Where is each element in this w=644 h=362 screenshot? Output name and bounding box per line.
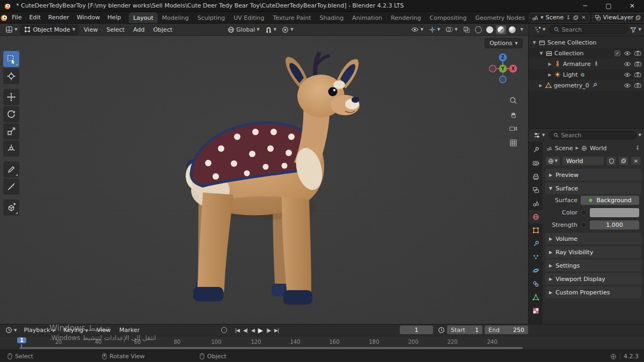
menu-marker[interactable]: Marker bbox=[115, 326, 143, 335]
menu-help[interactable]: Help bbox=[104, 12, 125, 23]
jump-to-start-button[interactable]: |◀ bbox=[234, 328, 240, 333]
workspace-tab-geometry-nodes[interactable]: Geometry Nodes bbox=[471, 12, 529, 23]
outliner-row-light[interactable]: ▶ Light bbox=[529, 69, 644, 80]
outliner-row-scene-collection[interactable]: ▼ Scene Collection bbox=[529, 37, 644, 48]
breadcrumb-scene[interactable]: Scene bbox=[555, 145, 573, 152]
tool-move-button[interactable] bbox=[3, 89, 19, 105]
shading-material-button[interactable] bbox=[496, 25, 506, 34]
tool-rotate-button[interactable] bbox=[3, 106, 19, 122]
render-camera-icon[interactable] bbox=[634, 72, 641, 77]
options-button[interactable]: Options ▼ bbox=[485, 38, 523, 48]
viewport-3d[interactable]: Options ▼ bbox=[0, 36, 529, 324]
menu-select[interactable]: Select bbox=[103, 25, 128, 34]
transform-orientation-dropdown[interactable]: Global ▼ bbox=[225, 25, 261, 34]
menu-timeline-view[interactable]: View bbox=[93, 326, 114, 335]
camera-view-icon[interactable] bbox=[508, 123, 518, 134]
object-visibility-dropdown[interactable]: ▼ bbox=[409, 26, 425, 33]
menu-edit[interactable]: Edit bbox=[25, 12, 44, 23]
minimize-button[interactable]: ─ bbox=[573, 0, 597, 11]
pan-hand-icon[interactable] bbox=[508, 109, 518, 120]
render-camera-icon[interactable] bbox=[634, 50, 641, 56]
jump-to-end-button[interactable]: ▶| bbox=[273, 328, 280, 333]
workspace-tab-sculpting[interactable]: Sculpting bbox=[193, 12, 229, 23]
tab-particles[interactable] bbox=[529, 250, 543, 264]
new-scene-icon[interactable] bbox=[573, 15, 579, 20]
frame-end-field[interactable]: End250 bbox=[485, 326, 528, 334]
workspace-tab-rendering[interactable]: Rendering bbox=[386, 12, 425, 23]
new-viewlayer-icon[interactable] bbox=[635, 15, 641, 20]
shading-rendered-button[interactable] bbox=[507, 25, 517, 34]
gizmo-minus-z[interactable] bbox=[500, 76, 506, 83]
workspace-tab-compositing[interactable]: Compositing bbox=[426, 12, 471, 23]
outliner-row-geometry-0[interactable]: ▶ geometry_0 bbox=[529, 80, 644, 91]
workspace-tab-modeling[interactable]: Modeling bbox=[158, 12, 193, 23]
unlink-scene-icon[interactable]: ✕ bbox=[581, 14, 586, 20]
outliner-row-armature[interactable]: ▶ Armature bbox=[529, 58, 644, 69]
tab-modifiers[interactable] bbox=[529, 237, 543, 250]
proportional-editing-toggle[interactable]: ▼ bbox=[280, 25, 295, 34]
properties-editor-type-button[interactable]: ▼ bbox=[531, 131, 547, 140]
navigation-gizmo[interactable]: Z Y X bbox=[485, 51, 521, 86]
grid-toggle-icon[interactable] bbox=[508, 137, 518, 148]
menu-view[interactable]: View bbox=[80, 25, 101, 34]
tool-select-box-button[interactable] bbox=[3, 51, 19, 67]
shading-solid-button[interactable] bbox=[485, 25, 495, 34]
panel-viewport-display[interactable]: ▶ Viewport Display bbox=[545, 273, 641, 285]
auto-keying-toggle[interactable] bbox=[221, 327, 227, 333]
duplicate-world-button[interactable] bbox=[618, 156, 629, 166]
deer-model[interactable] bbox=[182, 49, 370, 306]
properties-search[interactable]: Search bbox=[549, 131, 636, 139]
next-keyframe-button[interactable]: |▶ bbox=[265, 328, 272, 333]
strength-field[interactable]: 1.000 bbox=[590, 220, 639, 230]
snap-toggle[interactable]: ▼ bbox=[263, 25, 279, 34]
outliner-editor-type-button[interactable]: ▼ bbox=[532, 25, 547, 34]
color-swatch[interactable] bbox=[590, 208, 639, 217]
shading-wireframe-button[interactable] bbox=[473, 25, 484, 34]
workspace-tab-shading[interactable]: Shading bbox=[316, 12, 348, 23]
expander-icon[interactable]: ▼ bbox=[538, 51, 545, 56]
tab-constraints[interactable] bbox=[529, 277, 543, 291]
tab-render[interactable] bbox=[529, 157, 543, 170]
tool-measure-button[interactable] bbox=[3, 179, 19, 195]
panel-surface[interactable]: ▼ Surface bbox=[545, 182, 641, 194]
tab-tool[interactable] bbox=[529, 143, 543, 157]
gizmos-dropdown[interactable]: ▼ bbox=[427, 25, 442, 34]
overlays-dropdown[interactable]: ▼ bbox=[443, 25, 459, 34]
tab-view-layer[interactable] bbox=[529, 183, 543, 197]
pin-icon[interactable] bbox=[566, 15, 571, 20]
maximize-button[interactable]: ▢ bbox=[597, 0, 620, 11]
menu-file[interactable]: File bbox=[8, 12, 25, 23]
panel-settings[interactable]: ▶ Settings bbox=[545, 260, 641, 271]
scene-selector[interactable]: ▼ Scene ✕ bbox=[529, 13, 589, 23]
animate-dot-icon[interactable] bbox=[581, 222, 587, 228]
use-preview-range-icon[interactable] bbox=[438, 327, 445, 334]
play-button[interactable]: ▶ bbox=[257, 327, 264, 334]
mode-dropdown[interactable]: Object Mode ▼ bbox=[20, 25, 79, 35]
tab-physics[interactable] bbox=[529, 264, 543, 277]
tool-add-cube-button[interactable] bbox=[3, 200, 19, 216]
menu-object[interactable]: Object bbox=[149, 25, 176, 34]
unlink-world-button[interactable]: ✕ bbox=[631, 156, 641, 166]
hide-eye-icon[interactable] bbox=[624, 51, 631, 56]
tab-object[interactable] bbox=[529, 224, 543, 237]
tool-scale-button[interactable] bbox=[3, 123, 19, 139]
world-name-field[interactable]: World bbox=[562, 156, 604, 166]
workspace-tab-uv-editing[interactable]: UV Editing bbox=[229, 12, 268, 23]
close-button[interactable]: ✕ bbox=[620, 0, 644, 11]
hide-eye-icon[interactable] bbox=[624, 62, 631, 67]
surface-shader-field[interactable]: Background bbox=[581, 196, 639, 205]
tool-cursor-button[interactable] bbox=[3, 68, 19, 84]
blender-menu-icon[interactable] bbox=[0, 13, 8, 21]
world-browse-button[interactable]: ▼ bbox=[545, 156, 560, 166]
chevron-down-icon[interactable]: ▼ bbox=[639, 27, 641, 32]
menu-keying[interactable]: Keying ▼ bbox=[60, 326, 92, 335]
gizmo-minus-x[interactable] bbox=[489, 65, 496, 72]
collection-checkbox[interactable]: ✓ bbox=[614, 50, 620, 56]
timeline-playhead[interactable]: 1 bbox=[17, 336, 26, 344]
animate-dot-icon[interactable] bbox=[581, 210, 587, 216]
editor-type-button[interactable]: ▼ bbox=[3, 25, 19, 34]
tool-transform-button[interactable] bbox=[3, 141, 19, 157]
expander-icon[interactable]: ▶ bbox=[546, 62, 553, 67]
expander-icon[interactable]: ▶ bbox=[546, 72, 553, 77]
workspace-tab-animation[interactable]: Animation bbox=[348, 12, 386, 23]
